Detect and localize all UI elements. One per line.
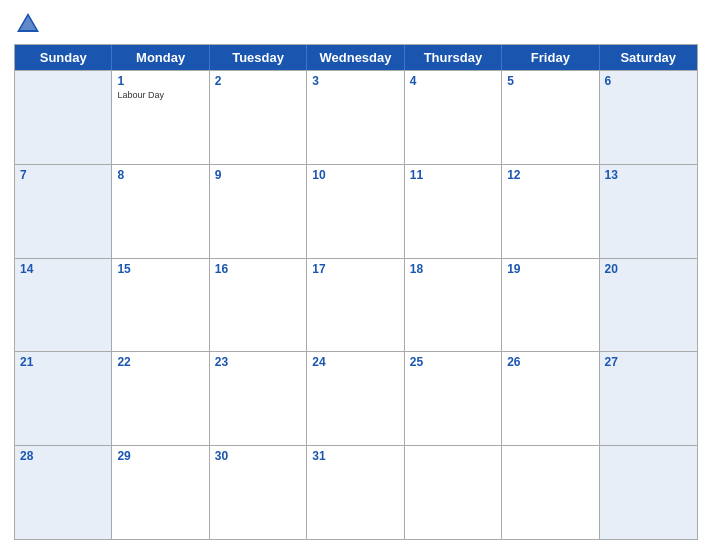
day-number: 18 <box>410 262 496 276</box>
calendar-cell: 30 <box>210 446 307 539</box>
calendar-cell: 28 <box>15 446 112 539</box>
calendar-body: 1Labour Day23456789101112131415161718192… <box>15 70 697 539</box>
calendar-cell: 16 <box>210 259 307 352</box>
day-number: 6 <box>605 74 692 88</box>
day-number: 1 <box>117 74 203 88</box>
day-number: 13 <box>605 168 692 182</box>
day-number: 12 <box>507 168 593 182</box>
calendar-cell: 18 <box>405 259 502 352</box>
calendar-cell: 12 <box>502 165 599 258</box>
calendar-cell: 10 <box>307 165 404 258</box>
calendar-cell: 22 <box>112 352 209 445</box>
day-number: 26 <box>507 355 593 369</box>
calendar-cell: 2 <box>210 71 307 164</box>
calendar-cell: 20 <box>600 259 697 352</box>
calendar-cell: 27 <box>600 352 697 445</box>
day-header-wednesday: Wednesday <box>307 45 404 70</box>
calendar-cell: 31 <box>307 446 404 539</box>
calendar-cell: 4 <box>405 71 502 164</box>
calendar-cell: 8 <box>112 165 209 258</box>
day-number: 23 <box>215 355 301 369</box>
day-number: 15 <box>117 262 203 276</box>
logo <box>14 10 46 38</box>
day-number: 24 <box>312 355 398 369</box>
calendar-cell: 11 <box>405 165 502 258</box>
day-header-saturday: Saturday <box>600 45 697 70</box>
day-number: 14 <box>20 262 106 276</box>
calendar-cell: 19 <box>502 259 599 352</box>
day-header-sunday: Sunday <box>15 45 112 70</box>
day-number: 28 <box>20 449 106 463</box>
day-number: 19 <box>507 262 593 276</box>
day-header-monday: Monday <box>112 45 209 70</box>
day-number: 30 <box>215 449 301 463</box>
day-number: 8 <box>117 168 203 182</box>
day-number: 4 <box>410 74 496 88</box>
calendar: SundayMondayTuesdayWednesdayThursdayFrid… <box>14 44 698 540</box>
calendar-cell <box>405 446 502 539</box>
day-number: 31 <box>312 449 398 463</box>
day-number: 17 <box>312 262 398 276</box>
calendar-cell <box>502 446 599 539</box>
calendar-week-1: 1Labour Day23456 <box>15 70 697 164</box>
page: SundayMondayTuesdayWednesdayThursdayFrid… <box>0 0 712 550</box>
day-number: 2 <box>215 74 301 88</box>
day-number: 25 <box>410 355 496 369</box>
day-header-friday: Friday <box>502 45 599 70</box>
calendar-cell: 17 <box>307 259 404 352</box>
calendar-cell: 5 <box>502 71 599 164</box>
calendar-cell: 25 <box>405 352 502 445</box>
day-number: 16 <box>215 262 301 276</box>
calendar-header-row: SundayMondayTuesdayWednesdayThursdayFrid… <box>15 45 697 70</box>
calendar-cell: 15 <box>112 259 209 352</box>
day-number: 9 <box>215 168 301 182</box>
day-number: 29 <box>117 449 203 463</box>
day-number: 27 <box>605 355 692 369</box>
calendar-cell: 24 <box>307 352 404 445</box>
day-number: 21 <box>20 355 106 369</box>
calendar-cell: 1Labour Day <box>112 71 209 164</box>
day-number: 22 <box>117 355 203 369</box>
calendar-cell: 14 <box>15 259 112 352</box>
calendar-week-2: 78910111213 <box>15 164 697 258</box>
day-number: 11 <box>410 168 496 182</box>
calendar-cell: 6 <box>600 71 697 164</box>
day-header-thursday: Thursday <box>405 45 502 70</box>
calendar-cell: 7 <box>15 165 112 258</box>
calendar-week-3: 14151617181920 <box>15 258 697 352</box>
calendar-cell: 29 <box>112 446 209 539</box>
day-number: 5 <box>507 74 593 88</box>
day-number: 20 <box>605 262 692 276</box>
day-header-tuesday: Tuesday <box>210 45 307 70</box>
calendar-week-5: 28293031 <box>15 445 697 539</box>
day-number: 7 <box>20 168 106 182</box>
header <box>14 10 698 38</box>
day-number: 3 <box>312 74 398 88</box>
generalblue-logo-icon <box>14 10 42 38</box>
calendar-cell: 23 <box>210 352 307 445</box>
calendar-cell: 26 <box>502 352 599 445</box>
calendar-cell: 21 <box>15 352 112 445</box>
calendar-week-4: 21222324252627 <box>15 351 697 445</box>
day-event: Labour Day <box>117 90 203 100</box>
calendar-cell: 3 <box>307 71 404 164</box>
day-number: 10 <box>312 168 398 182</box>
calendar-cell: 9 <box>210 165 307 258</box>
calendar-cell: 13 <box>600 165 697 258</box>
calendar-cell <box>600 446 697 539</box>
calendar-cell <box>15 71 112 164</box>
